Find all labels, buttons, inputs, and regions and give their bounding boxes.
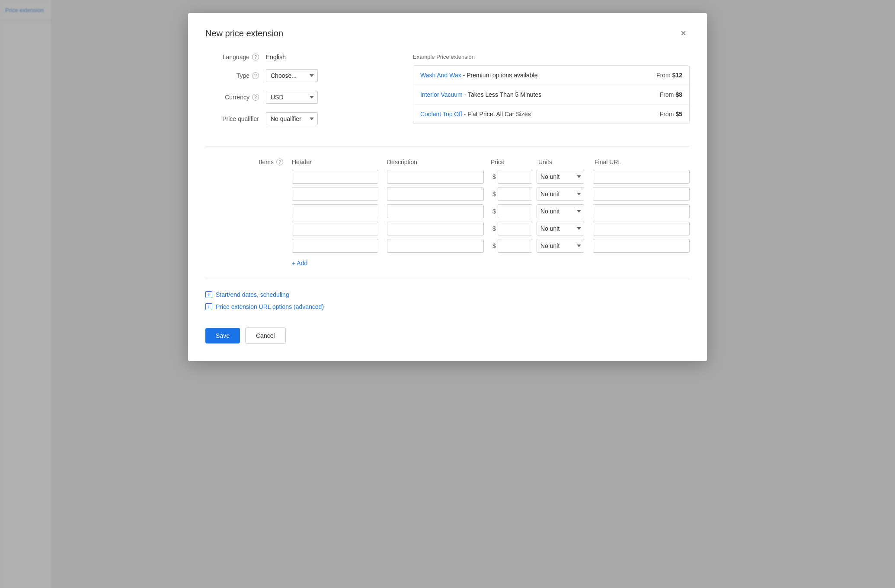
modal-footer: Save Cancel (205, 327, 690, 344)
units-select-3[interactable]: No unit (537, 204, 584, 218)
example-row-2: Interior Vacuum - Takes Less Than 5 Minu… (413, 85, 689, 105)
example-link-3[interactable]: Coolant Top Off (420, 111, 462, 118)
example-left-3: Coolant Top Off - Flat Price, All Car Si… (420, 111, 660, 118)
col-header-desc: Description (387, 159, 482, 165)
price-group-1: $ (492, 170, 532, 184)
dollar-sign-2: $ (492, 191, 496, 197)
scheduling-label: Start/end dates, scheduling (216, 291, 289, 298)
currency-help-icon[interactable]: ? (252, 94, 259, 101)
dollar-sign-1: $ (492, 173, 496, 180)
col-header-url: Final URL (595, 159, 690, 165)
scheduling-link[interactable]: + Start/end dates, scheduling (205, 291, 690, 298)
form-section: Language ? English Type ? Choose... (205, 54, 387, 134)
close-button[interactable]: × (677, 27, 690, 40)
table-row: $ No unit (205, 239, 690, 253)
price-group-5: $ (492, 239, 532, 253)
col-header-price: Price (491, 159, 534, 165)
units-select-5[interactable]: No unit (537, 239, 584, 253)
price-group-4: $ (492, 222, 532, 235)
example-price-3: From $5 (660, 111, 682, 118)
col-header-units: Units (538, 159, 586, 165)
example-price-1: From $12 (656, 72, 682, 79)
table-row: $ No unit (205, 222, 690, 235)
items-help-icon[interactable]: ? (276, 159, 283, 165)
type-select[interactable]: Choose... (266, 69, 318, 82)
url-input-5[interactable] (593, 239, 690, 253)
save-button[interactable]: Save (205, 328, 240, 343)
table-row: $ No unit (205, 204, 690, 218)
price-input-1[interactable] (498, 170, 532, 184)
header-input-4[interactable] (292, 222, 378, 235)
dollar-sign-5: $ (492, 242, 496, 249)
desc-input-4[interactable] (387, 222, 484, 235)
language-help-icon[interactable]: ? (252, 54, 259, 60)
desc-input-5[interactable] (387, 239, 484, 253)
url-options-link[interactable]: + Price extension URL options (advanced) (205, 303, 690, 310)
header-input-3[interactable] (292, 204, 378, 218)
price-qualifier-select[interactable]: No qualifier (266, 112, 318, 125)
example-desc-2: - Takes Less Than 5 Minutes (464, 91, 541, 98)
header-input-1[interactable] (292, 170, 378, 184)
row-fields-5: $ No unit (292, 239, 690, 253)
desc-input-2[interactable] (387, 187, 484, 201)
modal-title: New price extension (205, 29, 283, 38)
price-input-2[interactable] (498, 187, 532, 201)
modal-header: New price extension × (205, 27, 690, 40)
price-group-3: $ (492, 204, 532, 218)
col-header-header: Header (292, 159, 378, 165)
currency-row: Currency ? USD (205, 91, 387, 104)
url-input-1[interactable] (593, 170, 690, 184)
currency-select[interactable]: USD (266, 91, 318, 104)
url-options-label: Price extension URL options (advanced) (216, 303, 324, 310)
example-title: Example Price extension (413, 54, 690, 60)
add-item-link[interactable]: + Add (292, 260, 307, 267)
language-row: Language ? English (205, 54, 387, 60)
example-row-1: Wash And Wax - Premium options available… (413, 66, 689, 85)
url-options-plus-icon: + (205, 303, 212, 310)
row-fields-4: $ No unit (292, 222, 690, 235)
cancel-button[interactable]: Cancel (245, 327, 286, 344)
desc-input-3[interactable] (387, 204, 484, 218)
units-select-4[interactable]: No unit (537, 222, 584, 235)
price-qualifier-row: Price qualifier No qualifier (205, 112, 387, 125)
row-fields-3: $ No unit (292, 204, 690, 218)
currency-label: Currency ? (205, 94, 266, 101)
modal-dialog: New price extension × Language ? English (188, 13, 707, 361)
price-qualifier-label: Price qualifier (205, 115, 266, 122)
page-background: Price extension New price extension × La… (0, 0, 895, 588)
example-row-3: Coolant Top Off - Flat Price, All Car Si… (413, 105, 689, 124)
price-input-5[interactable] (498, 239, 532, 253)
language-value: English (266, 54, 286, 60)
example-link-1[interactable]: Wash And Wax (420, 72, 461, 79)
example-desc-1: - Premium options available (463, 72, 538, 79)
type-help-icon[interactable]: ? (252, 72, 259, 79)
example-link-2[interactable]: Interior Vacuum (420, 91, 463, 98)
example-box: Wash And Wax - Premium options available… (413, 65, 690, 124)
header-input-2[interactable] (292, 187, 378, 201)
price-input-3[interactable] (498, 204, 532, 218)
header-input-5[interactable] (292, 239, 378, 253)
table-row: $ No unit (205, 187, 690, 201)
url-input-3[interactable] (593, 204, 690, 218)
advanced-section: + Start/end dates, scheduling + Price ex… (205, 291, 690, 310)
scheduling-plus-icon: + (205, 291, 212, 298)
items-header-row: Items ? Header Description Price Units F… (205, 159, 690, 165)
language-label: Language ? (205, 54, 266, 60)
advanced-divider (205, 279, 690, 279)
modal-body-top: Language ? English Type ? Choose... (205, 54, 690, 134)
units-select-1[interactable]: No unit (537, 170, 584, 184)
type-label: Type ? (205, 72, 266, 79)
url-input-4[interactable] (593, 222, 690, 235)
example-section: Example Price extension Wash And Wax - P… (413, 54, 690, 134)
url-input-2[interactable] (593, 187, 690, 201)
section-divider (205, 146, 690, 146)
table-row: $ No unit (205, 170, 690, 184)
units-select-2[interactable]: No unit (537, 187, 584, 201)
price-input-4[interactable] (498, 222, 532, 235)
dollar-sign-3: $ (492, 208, 496, 215)
desc-input-1[interactable] (387, 170, 484, 184)
example-left-2: Interior Vacuum - Takes Less Than 5 Minu… (420, 91, 660, 98)
dollar-sign-4: $ (492, 225, 496, 232)
type-row: Type ? Choose... (205, 69, 387, 82)
items-label-cell: Items ? (205, 159, 292, 165)
